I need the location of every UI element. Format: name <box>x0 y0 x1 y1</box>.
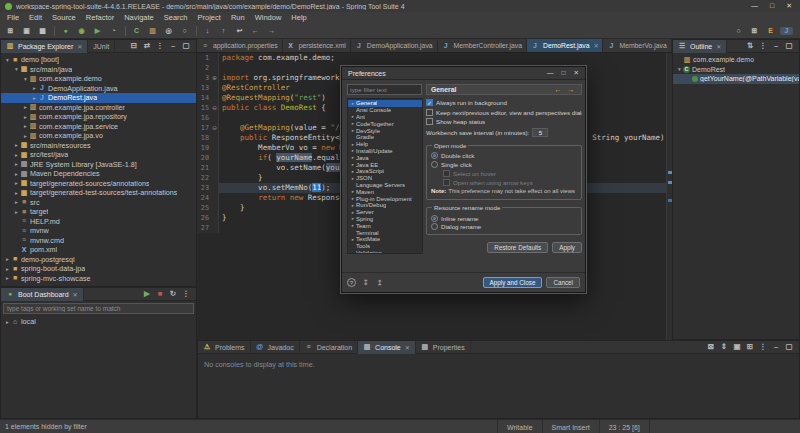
sort-icon[interactable]: ⇅ <box>746 42 754 50</box>
run-icon[interactable]: ▶ <box>91 27 104 35</box>
menu-item-refactor[interactable]: Refactor <box>81 13 119 22</box>
pref-tree-item[interactable]: Ansi Console <box>348 107 422 114</box>
window-minimize-button[interactable]: — <box>751 2 758 10</box>
dialog-maximize-button[interactable]: □ <box>562 69 566 77</box>
pref-tree-item[interactable]: Language Servers <box>348 182 422 189</box>
pref-tree-item[interactable]: ▸Run/Debug <box>348 202 422 209</box>
chevron-icon[interactable]: ▸ <box>13 171 20 177</box>
pin-console-icon[interactable]: ▣ <box>733 343 741 351</box>
pref-tree-item[interactable]: ▸TextMate <box>348 236 422 243</box>
tab-console[interactable]: ▤Console✕ <box>358 341 416 354</box>
chevron-icon[interactable]: ▸ <box>4 275 11 281</box>
chevron-icon[interactable]: ▾ <box>676 66 683 72</box>
tree-item[interactable]: ▸▦src/test/java <box>1 150 196 160</box>
tree-item[interactable]: ▸▥com.example.jpa.service <box>1 122 196 132</box>
debug-icon[interactable]: ◉ <box>75 27 88 35</box>
tree-item[interactable]: ▸■spring-mvc-showcase <box>1 274 196 284</box>
tree-item[interactable]: ▸▥com.example.jpa.vo <box>1 131 196 141</box>
fold-marker-icon[interactable]: ⊖ <box>211 123 219 133</box>
menu-item-search[interactable]: Search <box>159 13 193 22</box>
tree-item[interactable]: Xpom.xml <box>1 245 196 255</box>
tree-item[interactable]: ▾CDemoRest <box>673 65 799 75</box>
menu-item-file[interactable]: File <box>2 13 24 22</box>
pref-tree-item[interactable]: ▸General <box>348 100 422 107</box>
back-history-icon[interactable]: ← <box>554 86 562 94</box>
tree-item[interactable]: ▸▥com.example.jpa.repository <box>1 112 196 122</box>
view-menu-icon[interactable]: ⋮ <box>182 290 190 298</box>
view-menu-icon[interactable]: ⋮ <box>759 343 767 351</box>
checkbox-icon[interactable] <box>426 118 433 125</box>
pref-radio-row[interactable]: Single click <box>431 160 577 169</box>
pref-tree-item[interactable]: ▸DevStyle <box>348 127 422 134</box>
apply-button[interactable]: Apply <box>552 242 582 253</box>
search-icon[interactable]: ○ <box>732 27 745 35</box>
pref-tree-item[interactable]: ▸Plug-in Development <box>348 195 422 202</box>
new-wizard-icon[interactable]: ⊞ <box>4 27 17 35</box>
javaee-perspective-icon[interactable]: E <box>764 27 777 35</box>
save-all-icon[interactable]: ▩ <box>36 27 49 35</box>
stop-boot-icon[interactable]: ■ <box>156 290 164 298</box>
preferences-filter-input[interactable] <box>347 84 422 95</box>
tree-item[interactable]: ≡mvnw <box>1 226 196 236</box>
pref-tree-item[interactable]: ▸Server <box>348 209 422 216</box>
tab-properties[interactable]: ▤Properties <box>416 341 471 354</box>
close-tab-icon[interactable]: ✕ <box>593 42 598 49</box>
clear-console-icon[interactable]: ⊠ <box>707 343 715 351</box>
pref-tree-item[interactable]: ▸Java EE <box>348 161 422 168</box>
pref-tree-item[interactable]: ▸Spring <box>348 216 422 223</box>
save-interval-input[interactable] <box>532 128 548 137</box>
tree-item[interactable]: ▸⌂local <box>1 317 196 327</box>
chevron-icon[interactable]: ▸ <box>22 104 29 110</box>
pref-radio-row[interactable]: Dialog rename <box>431 222 577 231</box>
apply-and-close-button[interactable]: Apply and Close <box>483 277 543 288</box>
chevron-icon[interactable]: ▸ <box>13 199 20 205</box>
menu-item-project[interactable]: Project <box>193 13 226 22</box>
fold-marker-icon[interactable]: ⊕ <box>211 73 219 83</box>
menu-item-source[interactable]: Source <box>47 13 81 22</box>
menu-item-window[interactable]: Window <box>250 13 287 22</box>
tree-item[interactable]: ▾■demo [boot] <box>1 55 196 65</box>
pref-tree-item[interactable]: ▸Help <box>348 141 422 148</box>
restart-boot-icon[interactable]: ↻ <box>169 290 177 298</box>
pref-tree-item[interactable]: Terminal <box>348 229 422 236</box>
tree-item[interactable]: ▸JDemoRest.java <box>1 93 196 103</box>
search-icon[interactable]: ○ <box>178 27 191 35</box>
tree-item[interactable]: ▸▦target/generated-test-sources/test-ann… <box>1 188 196 198</box>
editor-tab[interactable]: JDemoRest.java✕ <box>527 39 604 52</box>
prev-annotation-icon[interactable]: ↑ <box>217 27 230 35</box>
tree-item[interactable]: ▸▦target/generated-sources/annotations <box>1 179 196 189</box>
scroll-lock-icon[interactable]: ⇕ <box>720 343 728 351</box>
pref-radio-row[interactable]: Double click <box>431 152 577 161</box>
pref-check-row[interactable]: Keep next/previous editor, view and pers… <box>426 108 582 118</box>
save-icon[interactable]: ▣ <box>20 27 33 35</box>
chevron-icon[interactable]: ▸ <box>22 123 29 129</box>
chevron-icon[interactable]: ▾ <box>4 57 11 63</box>
tree-item[interactable]: ▸▤JRE System Library [JavaSE-1.8] <box>1 160 196 170</box>
close-tab-icon[interactable]: ✕ <box>405 344 410 351</box>
pref-tree-item[interactable]: ▸JSON <box>348 175 422 182</box>
tree-item[interactable]: getYourName(@PathVariable(value="yourNam… <box>673 74 799 84</box>
tab-problems[interactable]: ⚠Problems <box>198 341 251 354</box>
tree-item[interactable]: ▾▦src/main/java <box>1 65 196 75</box>
chevron-icon[interactable]: ▸ <box>13 152 20 158</box>
editor-tab[interactable]: JDemoApplication.java <box>351 39 438 52</box>
tree-item[interactable]: ▸■spring-boot-data-jpa <box>1 264 196 274</box>
tree-item[interactable]: ≡mvnw.cmd <box>1 236 196 246</box>
pref-tree-item[interactable]: ▸Team <box>348 222 422 229</box>
maximize-view-icon[interactable]: ▢ <box>785 42 793 50</box>
tab-javadoc[interactable]: @Javadoc <box>251 341 300 354</box>
window-close-button[interactable]: ✕ <box>786 2 792 10</box>
pref-tree-item[interactable]: ▸CodeTogether <box>348 120 422 127</box>
chevron-icon[interactable]: ▸ <box>13 142 20 148</box>
scrollbar-thumb[interactable] <box>422 101 423 153</box>
close-tab-icon[interactable]: ✕ <box>77 43 82 50</box>
link-editor-icon[interactable]: ⇄ <box>143 42 151 50</box>
chevron-icon[interactable]: ▸ <box>13 209 20 215</box>
tab-boot-dashboard[interactable]: ● Boot Dashboard ✕ <box>1 288 84 301</box>
back-icon[interactable]: ← <box>249 27 262 35</box>
start-boot-icon[interactable]: ▶ <box>143 290 151 298</box>
chevron-icon[interactable]: ▸ <box>22 114 29 120</box>
tab-package-explorer[interactable]: ▥ Package Explorer ✕ <box>1 40 88 53</box>
export-prefs-icon[interactable]: ↧ <box>362 279 370 287</box>
chevron-icon[interactable]: ▾ <box>13 66 20 72</box>
